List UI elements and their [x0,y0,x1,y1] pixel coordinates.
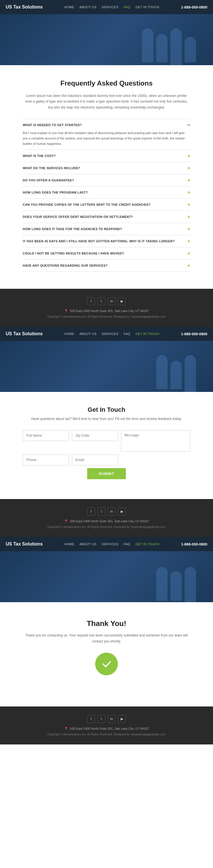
faq-toggle-7[interactable]: + [187,214,190,219]
nav-faq-c[interactable]: FAQ [124,332,130,336]
nav-services-ty[interactable]: SERVICES [102,542,118,546]
footer-copyright-c: Copyright © domainname.com. All Rights R… [6,525,207,528]
social-twitter[interactable]: t [98,297,105,305]
faq-content: Frequently Asked Questions Lorem Ipsum h… [0,65,213,280]
person-1 [142,28,153,62]
faq-question-11[interactable]: HAVE ANY QUESTIONS REGARDING OUR SERVICE… [23,263,190,268]
brand-logo: US Tax Solutions [6,4,43,10]
faq-question-5[interactable]: HOW LONG DOES THE PROGRAM LAST? + [23,190,190,195]
faq-toggle-4[interactable]: + [187,178,190,183]
social-links-ty: f t in ▶ [6,715,207,723]
person-4 [185,37,196,62]
social-youtube-c[interactable]: ▶ [118,507,126,516]
person-c1 [156,355,167,389]
ty-spacer [0,689,213,707]
faq-question-8[interactable]: HOW LONG DOES IT TAKE FOR THE AGENCIES T… [23,226,190,231]
faq-answer-1: But I must explain to you how all this m… [23,130,190,146]
hero-contact [0,341,213,392]
social-youtube[interactable]: ▶ [118,297,126,305]
faq-question-2[interactable]: WHAT IS THE COST? + [23,153,190,158]
person-2 [156,34,167,62]
social-facebook-ty[interactable]: f [87,715,95,723]
phone-input[interactable] [23,455,69,465]
faq-toggle-6[interactable]: + [187,202,190,207]
social-linkedin-c[interactable]: in [108,507,115,516]
social-twitter-c[interactable]: t [98,507,105,516]
faq-question-6[interactable]: CAN YOU PROVIDE COPIES OF THE LETTERS SE… [23,202,190,207]
faq-toggle-10[interactable]: + [187,251,190,256]
faq-toggle-11[interactable]: + [187,263,190,268]
faq-toggle-2[interactable]: + [187,153,190,158]
faq-list: WHAT IS NEEDED TO GET STARTED? − But I m… [23,119,190,272]
nav-services-c[interactable]: SERVICES [102,332,118,336]
faq-question-1[interactable]: WHAT IS NEEDED TO GET STARTED? − [23,122,190,127]
footer-copyright-ty: Copyright © domainname.com. All Rights R… [6,733,207,736]
social-linkedin-ty[interactable]: in [108,715,115,723]
contact-form: SUBMIT [23,430,190,479]
zip-col [72,430,118,452]
contact-content: Get In Touch Have questions about tax? W… [0,392,213,491]
footer-faq: f t in ▶ 📍 500 East 2400 North Suite 301… [0,289,213,327]
spacer-col [121,455,190,465]
nav-home-c[interactable]: HOME [64,332,74,336]
faq-question-text-1: WHAT IS NEEDED TO GET STARTED? [23,123,82,127]
zip-input[interactable] [72,430,118,441]
nav-contact-c[interactable]: GET IN TOUCH [135,332,159,336]
hero-thankyou [0,551,213,602]
faq-toggle-1[interactable]: − [187,122,190,127]
nav-contact[interactable]: GET IN TOUCH [135,5,159,9]
faq-toggle-5[interactable]: + [187,190,190,195]
pin-icon-c: 📍 [64,520,68,523]
hero-people-ty [156,567,196,602]
social-youtube-ty[interactable]: ▶ [118,715,126,723]
nav-home-ty[interactable]: HOME [64,542,74,546]
faq-item-1: WHAT IS NEEDED TO GET STARTED? − But I m… [23,119,190,150]
faq-item-5: HOW LONG DOES THE PROGRAM LAST? + [23,186,190,199]
social-twitter-ty[interactable]: t [98,715,105,723]
submit-button[interactable]: SUBMIT [87,468,126,479]
contact-intro: Have questions about tax? We'd love to h… [23,416,190,422]
person-c2 [170,361,182,389]
thankyou-title: Thank You! [23,619,190,628]
faq-toggle-8[interactable]: + [187,226,190,231]
nav-about-ty[interactable]: ABOUT US [80,542,97,546]
email-input[interactable] [72,455,118,465]
navbar-contact: US Tax Solutions HOME ABOUT US SERVICES … [0,327,213,341]
form-row-2 [23,455,190,465]
person-ty3 [185,567,196,602]
contact-page: US Tax Solutions HOME ABOUT US SERVICES … [0,327,213,537]
faq-question-text-2: WHAT IS THE COST? [23,154,56,158]
submit-row: SUBMIT [23,468,190,479]
faq-toggle-9[interactable]: + [187,239,190,244]
person-3 [170,28,182,65]
brand-logo-ty: US Tax Solutions [6,541,43,547]
person-c3 [185,355,196,392]
faq-toggle-3[interactable]: + [187,165,190,170]
faq-question-7[interactable]: DOES YOUR SERVICE OFFER DEBT NEGOTIATION… [23,214,190,219]
faq-question-text-11: HAVE ANY QUESTIONS REGARDING OUR SERVICE… [23,264,108,267]
faq-question-9[interactable]: IT HAS BEEN 45 DAYS AND I STILL HAVE NOT… [23,239,190,244]
pin-icon: 📍 [64,309,68,313]
nav-about-c[interactable]: ABOUT US [80,332,97,336]
faq-question-10[interactable]: COULD I NOT BE GETTING RESULTS BECAUSE I… [23,251,190,256]
faq-question-text-3: WHAT DO THE SERVICES INCLUDE? [23,166,80,170]
message-input[interactable] [121,430,190,452]
nav-home[interactable]: HOME [64,5,74,9]
nav-services[interactable]: SERVICES [102,5,118,9]
social-facebook[interactable]: f [87,297,95,305]
nav-faq[interactable]: FAQ [124,5,130,9]
footer-address-c: 📍 500 East 2400 North Suite 301, Salt La… [6,520,207,523]
faq-question-4[interactable]: DO YOU OFFER A GUARANTEE? + [23,178,190,183]
phone-col [23,455,69,465]
full-name-input[interactable] [23,430,69,441]
social-linkedin[interactable]: in [108,297,115,305]
social-facebook-c[interactable]: f [87,507,95,516]
faq-question-3[interactable]: WHAT DO THE SERVICES INCLUDE? + [23,165,190,170]
full-name-col [23,430,69,452]
faq-item-4: DO YOU OFFER A GUARANTEE? + [23,174,190,186]
brand-logo-contact: US Tax Solutions [6,331,43,336]
nav-about[interactable]: ABOUT US [80,5,97,9]
nav-faq-ty[interactable]: FAQ [124,542,130,546]
nav-contact-ty[interactable]: GET IN TOUCH [135,542,159,546]
faq-item-9: IT HAS BEEN 45 DAYS AND I STILL HAVE NOT… [23,235,190,247]
